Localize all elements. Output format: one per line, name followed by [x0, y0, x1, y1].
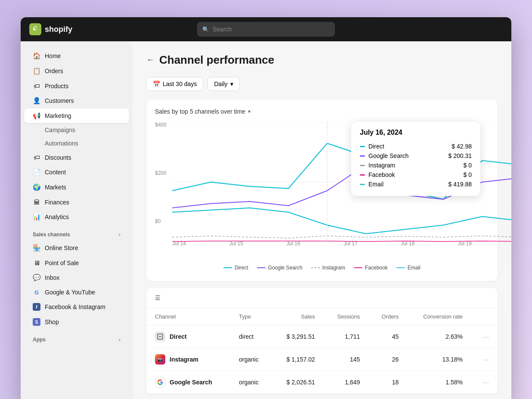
direct-value: $ 42.98	[452, 143, 472, 150]
x-label-jul19: Jul 19	[458, 241, 472, 247]
sidebar-item-customers-label: Customers	[45, 97, 74, 104]
tooltip-row-facebook: Facebook $ 0	[360, 170, 472, 179]
shop-icon: S	[33, 318, 40, 326]
sales-channels-header[interactable]: Sales channels ›	[24, 225, 129, 240]
date-range-label: Last 30 days	[163, 80, 197, 87]
sidebar-item-discounts[interactable]: 🏷 Discounts	[24, 150, 129, 164]
home-icon: 🏠	[33, 52, 40, 60]
sidebar-item-finances[interactable]: 🏛 Finances	[24, 195, 129, 209]
row-direct-orders: 45	[368, 325, 407, 348]
row-google-sessions: 1,649	[324, 371, 369, 394]
table-filter-icon[interactable]: ☰	[155, 294, 161, 301]
sidebar-item-home[interactable]: 🏠 Home	[24, 49, 129, 63]
facebook-dot	[360, 174, 365, 176]
date-range-filter[interactable]: 📅 Last 30 days	[146, 77, 203, 91]
legend-instagram-label: Instagram	[322, 265, 345, 271]
legend-email: Email	[396, 265, 421, 271]
shop-label: Shop	[45, 319, 59, 325]
app-body: 🏠 Home 📋 Orders 🏷 Products 👤 Customers 📢…	[21, 41, 511, 399]
interval-filter[interactable]: Daily ▾	[207, 77, 239, 91]
chart-title: Sales by top 5 channels over time	[155, 108, 245, 115]
x-label-jul15: Jul 15	[229, 241, 243, 247]
sidebar-item-google-youtube[interactable]: G Google & YouTube	[24, 285, 129, 299]
sidebar-item-discounts-label: Discounts	[45, 154, 71, 161]
table-row: Direct direct $ 3,291.51 1,711 45 2.63% …	[146, 325, 498, 348]
col-sales: Sales	[272, 308, 324, 325]
google-channel-icon	[155, 377, 165, 387]
col-sessions: Sessions	[324, 308, 369, 325]
sidebar-item-marketing[interactable]: 📢 Marketing	[24, 108, 129, 123]
chart-title-chevron-icon: ▾	[248, 108, 251, 114]
customers-icon: 👤	[33, 97, 40, 105]
email-value: $ 419.88	[448, 181, 472, 188]
sidebar-item-facebook-instagram[interactable]: f Facebook & Instagram	[24, 300, 129, 314]
page-title: Channel performance	[159, 53, 274, 67]
sidebar-item-point-of-sale[interactable]: 🖥 Point of Sale	[24, 256, 129, 270]
sales-channels-label: Sales channels	[33, 232, 70, 238]
google-youtube-label: Google & YouTube	[45, 289, 95, 296]
col-channel: Channel	[146, 308, 230, 325]
facebook-instagram-label: Facebook & Instagram	[45, 303, 105, 310]
search-icon: 🔍	[202, 26, 209, 33]
row-google-orders: 18	[368, 371, 407, 394]
sales-channels-chevron-icon: ›	[119, 232, 121, 238]
tooltip-date: July 16, 2024	[360, 129, 472, 136]
sidebar-item-shop[interactable]: S Shop	[24, 315, 129, 329]
table-card: ☰ Channel Type Sales Sessions Orders Con…	[146, 288, 498, 394]
sidebar-item-orders-label: Orders	[45, 68, 63, 74]
point-of-sale-label: Point of Sale	[45, 260, 79, 266]
row-instagram-sessions: 145	[324, 348, 369, 371]
instagram-channel-icon: 📷	[155, 354, 165, 365]
y-label-200: $200	[155, 170, 167, 176]
legend-facebook-label: Facebook	[365, 265, 388, 271]
sidebar-item-analytics[interactable]: 📊 Analytics	[24, 210, 129, 224]
direct-line	[172, 208, 511, 234]
row-instagram-conversion: 13.18%	[407, 348, 471, 371]
markets-icon: 🌍	[33, 183, 40, 191]
sidebar-item-products[interactable]: 🏷 Products	[24, 79, 129, 93]
table-toolbar: ☰	[146, 288, 498, 308]
legend-email-line	[396, 267, 405, 268]
table-row: 📷 Instagram organic $ 1,157.02 145 26 13…	[146, 348, 498, 371]
search-bar[interactable]: 🔍 Search	[197, 22, 335, 37]
legend-google-label: Google Search	[268, 265, 303, 271]
facebook-icon: f	[33, 303, 40, 311]
legend-direct-label: Direct	[235, 265, 248, 271]
sidebar-item-content[interactable]: 📄 Content	[24, 165, 129, 179]
row-direct-dash: —	[471, 325, 498, 348]
instagram-channel-label: Instagram	[368, 162, 395, 169]
row-instagram-type: organic	[230, 348, 272, 371]
x-label-jul18: Jul 18	[401, 241, 414, 247]
sidebar-item-analytics-label: Analytics	[45, 213, 69, 220]
row-direct-channel: Direct	[146, 325, 230, 348]
row-direct-sessions: 1,711	[324, 325, 369, 348]
sidebar-item-online-store[interactable]: 🏪 Online Store	[24, 241, 129, 255]
sidebar-item-orders[interactable]: 📋 Orders	[24, 64, 129, 78]
col-type: Type	[230, 308, 272, 325]
google-dot	[360, 155, 365, 157]
content-icon: 📄	[33, 168, 40, 176]
sidebar: 🏠 Home 📋 Orders 🏷 Products 👤 Customers 📢…	[21, 41, 133, 399]
chart-card: Sales by top 5 channels over time ▾ $400…	[146, 99, 498, 281]
row-google-type: organic	[230, 371, 272, 394]
sidebar-item-content-label: Content	[45, 169, 66, 176]
sidebar-item-inbox[interactable]: 💬 Inbox	[24, 270, 129, 285]
sidebar-item-markets[interactable]: 🌍 Markets	[24, 180, 129, 195]
chart-header: Sales by top 5 channels over time ▾	[155, 108, 489, 115]
legend-facebook-line	[354, 267, 362, 268]
row-google-conversion: 1.58%	[407, 371, 471, 394]
calendar-icon: 📅	[153, 80, 160, 87]
sidebar-subitem-automations[interactable]: Automations	[24, 137, 129, 150]
sidebar-item-markets-label: Markets	[45, 184, 66, 191]
analytics-icon: 📊	[33, 213, 40, 221]
logo-area: shopify	[29, 23, 72, 35]
sidebar-item-customers[interactable]: 👤 Customers	[24, 93, 129, 108]
marketing-icon: 📢	[33, 112, 40, 120]
legend-direct: Direct	[223, 265, 248, 271]
apps-header[interactable]: Apps ›	[24, 330, 129, 345]
x-label-jul16: Jul 16	[287, 241, 300, 247]
facebook-value: $ 0	[464, 171, 472, 178]
sidebar-subitem-campaigns[interactable]: Campaigns	[24, 124, 129, 136]
back-button[interactable]: ←	[146, 56, 154, 65]
sidebar-item-products-label: Products	[45, 83, 68, 90]
